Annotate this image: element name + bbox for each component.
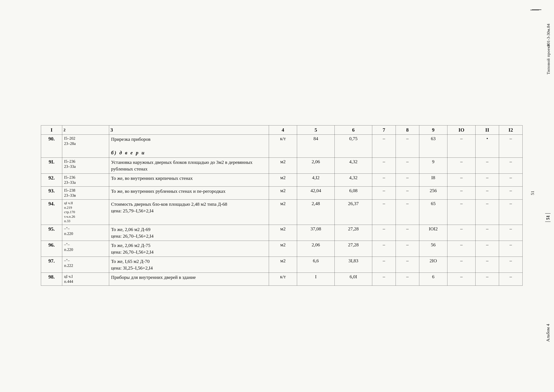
row-col9-93: 256 <box>419 186 447 199</box>
row-col10-98: – <box>447 273 475 286</box>
side-label-51: 51 <box>530 191 535 195</box>
row-ref-90: I5–20223–28а <box>62 135 109 158</box>
table-row: 93. I5–23823–33в То же, во внутренних ру… <box>41 186 523 199</box>
row-desc-91: Установка наружных дверных блоков площад… <box>109 158 269 174</box>
row-col10-94: – <box>447 199 475 225</box>
row-col6-96: 27,28 <box>335 241 372 257</box>
side-label-code: 801-3-30м.84 <box>546 24 551 46</box>
row-unit-92: м2 <box>269 174 297 186</box>
row-col6-94: 26,37 <box>335 199 372 225</box>
table-row: 9I. I5–23623–33а Установка наружных двер… <box>41 158 523 174</box>
row-unit-97: м2 <box>269 257 297 273</box>
row-num-92: 92. <box>41 174 62 186</box>
row-col6-97: 3I,83 <box>335 257 372 273</box>
row-col10-93: – <box>447 186 475 199</box>
row-col10-97: – <box>447 257 475 273</box>
row-col10-96: – <box>447 241 475 257</box>
row-col5-94: 2,48 <box>297 199 335 225</box>
row-col6-93: 6,08 <box>335 186 372 199</box>
row-col12-91: – <box>499 158 523 174</box>
row-col12-96: – <box>499 241 523 257</box>
row-col5-96: 2,06 <box>297 241 335 257</box>
row-num-98: 98. <box>41 273 62 286</box>
row-col12-95: – <box>499 225 523 241</box>
row-col8-96: – <box>396 241 419 257</box>
header-col-11: II <box>476 126 499 135</box>
header-col-4: 4 <box>269 126 297 135</box>
row-unit-90: к/т <box>269 135 297 158</box>
row-desc-96: То же, 2,06 м2 Д-75цена: 26,70–I,56+2,I4 <box>109 241 269 257</box>
row-col8-90: – <box>396 135 419 158</box>
row-num-90: 90. <box>41 135 62 158</box>
header-col-2: 2 <box>62 126 109 135</box>
row-col11-91: – <box>476 158 499 174</box>
header-col-7: 7 <box>372 126 396 135</box>
page: 801-3-30м.84 Типовой проект Альбом 4 I 2… <box>0 0 554 392</box>
row-ref-94: цI ч.IIп.219стр.170т.ч.п.26п.33 <box>62 199 109 225</box>
row-col6-98: 6,0I <box>335 273 372 286</box>
row-unit-94: м2 <box>269 199 297 225</box>
side-label-tipovoy: Типовой проект <box>546 44 551 74</box>
row-col6-92: 4,32 <box>335 174 372 186</box>
row-desc-98: Приборы для внутренних дверей в здание <box>109 273 269 286</box>
row-num-93: 93. <box>41 186 62 199</box>
row-col9-96: 56 <box>419 241 447 257</box>
row-col12-98: – <box>499 273 523 286</box>
row-unit-98: к/т <box>269 273 297 286</box>
row-num-94: 94. <box>41 199 62 225</box>
row-col11-92: – <box>476 174 499 186</box>
row-col7-94: – <box>372 199 396 225</box>
table-row: 92. I5–23623–33а То же, во внутренних ки… <box>41 174 523 186</box>
main-table-area: I 2 3 4 5 6 7 8 9 IO II I2 90. <box>41 125 523 286</box>
row-col7-98: – <box>372 273 396 286</box>
row-unit-93: м2 <box>269 186 297 199</box>
row-col7-96: – <box>372 241 396 257</box>
header-col-6: 6 <box>335 126 372 135</box>
row-col12-94: – <box>499 199 523 225</box>
row-unit-96: м2 <box>269 241 297 257</box>
row-col9-91: 9 <box>419 158 447 174</box>
row-ref-91: I5–23623–33а <box>62 158 109 174</box>
row-col8-94: – <box>396 199 419 225</box>
row-col7-92: – <box>372 174 396 186</box>
row-unit-95: м2 <box>269 225 297 241</box>
row-col10-95: – <box>447 225 475 241</box>
header-col-8: 8 <box>396 126 419 135</box>
row-col7-95: – <box>372 225 396 241</box>
row-ref-93: I5–23823–33в <box>62 186 109 199</box>
row-col10-91: – <box>447 158 475 174</box>
row-desc-97: То же, I,65 м2 Д-70цена: 3I,25–I,56+2,I4 <box>109 257 269 273</box>
row-col5-90: 84 <box>297 135 335 158</box>
header-col-1: I <box>41 126 62 135</box>
row-desc-95: То же, 2,06 м2 Д-69цена: 26,70–I,56+2,I4 <box>109 225 269 241</box>
row-col11-98: – <box>476 273 499 286</box>
table-row: 98. цI ч.Iп.444 Приборы для внутренних д… <box>41 273 523 286</box>
row-desc-92: То же, во внутренних кирпичных стенах <box>109 174 269 186</box>
row-col11-94: – <box>476 199 499 225</box>
row-col5-97: 6,6 <box>297 257 335 273</box>
table-row: 97. –"–п.222 То же, I,65 м2 Д-70цена: 3I… <box>41 257 523 273</box>
row-col12-90: – <box>499 135 523 158</box>
row-col5-91: 2,06 <box>297 158 335 174</box>
row-ref-92: I5–23623–33а <box>62 174 109 186</box>
row-desc-94: Стоимость дверных бло-ков площадью 2,48 … <box>109 199 269 225</box>
row-col5-95: 37,08 <box>297 225 335 241</box>
row-ref-96: –"–п.220 <box>62 241 109 257</box>
row-num-91: 9I. <box>41 158 62 174</box>
row-col8-97: – <box>396 257 419 273</box>
row-col11-96: – <box>476 241 499 257</box>
row-col9-98: 6 <box>419 273 447 286</box>
row-num-95: 95. <box>41 225 62 241</box>
row-col12-92: – <box>499 174 523 186</box>
header-col-10: IO <box>447 126 475 135</box>
row-desc-93: То же, во внутренних рубленных стенах и … <box>109 186 269 199</box>
side-label-album: Альбом 4 <box>546 324 551 342</box>
row-col7-90: – <box>372 135 396 158</box>
top-dash <box>530 10 539 10</box>
main-table: I 2 3 4 5 6 7 8 9 IO II I2 90. <box>41 125 523 286</box>
row-col9-94: 65 <box>419 199 447 225</box>
row-col8-95: – <box>396 225 419 241</box>
side-number-51: 51 <box>545 213 551 222</box>
row-col7-97: – <box>372 257 396 273</box>
row-col11-95: – <box>476 225 499 241</box>
